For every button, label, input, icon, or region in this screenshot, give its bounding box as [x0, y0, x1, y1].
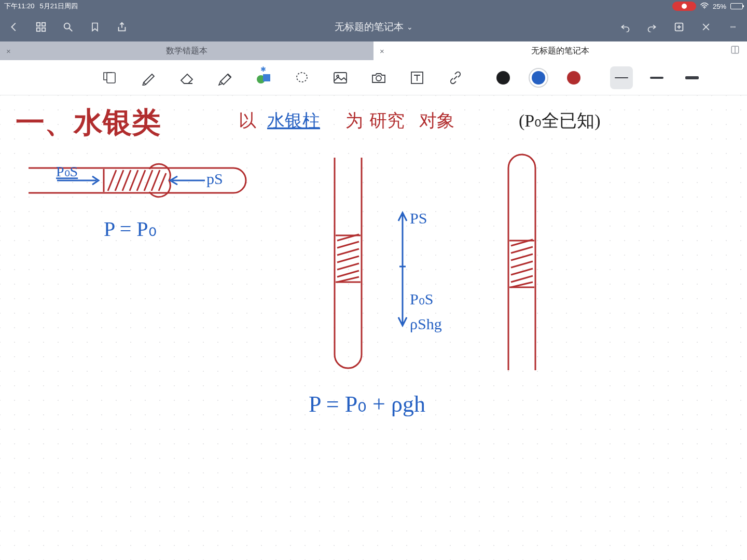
svg-rect-2: [42, 23, 45, 26]
svg-text:对象: 对象: [419, 111, 454, 130]
svg-point-9: [735, 26, 736, 27]
svg-rect-1: [37, 23, 40, 26]
equation-2: P = P₀ + ρgh: [309, 391, 425, 417]
camera-tool-icon[interactable]: [367, 66, 390, 89]
svg-rect-15: [334, 73, 347, 83]
equation-1: P = P₀: [104, 217, 157, 241]
svg-text:为: 为: [345, 111, 363, 130]
page-tool-icon[interactable]: [99, 66, 121, 89]
svg-text:以: 以: [239, 111, 256, 130]
svg-point-14: [297, 73, 307, 82]
screen-record-indicator[interactable]: [672, 2, 696, 11]
svg-text:PS: PS: [410, 209, 427, 227]
tab-active[interactable]: × 无标题的笔记本: [374, 41, 747, 60]
svg-text:P₀S: P₀S: [410, 290, 433, 307]
arrow-ps-left: [170, 176, 205, 185]
svg-rect-4: [42, 28, 45, 31]
more-icon[interactable]: [726, 20, 740, 34]
svg-point-5: [64, 23, 70, 29]
tab-label: 无标题的笔记本: [531, 46, 589, 57]
status-bar: 下午11:20 5月21日周四 25%: [0, 0, 747, 12]
split-view-icon[interactable]: [730, 45, 740, 57]
image-tool-icon[interactable]: [329, 66, 352, 89]
doc-title-button[interactable]: 无标题的笔记本 ⌄: [335, 20, 413, 34]
stroke-medium[interactable]: [645, 66, 668, 89]
color-blue[interactable]: [527, 66, 550, 89]
svg-text:研究: 研究: [369, 111, 405, 130]
tab-strip: × 数学错题本 × 无标题的笔记本: [0, 41, 747, 60]
stroke-thick[interactable]: [681, 66, 703, 89]
text-tool-icon[interactable]: [406, 66, 428, 89]
share-icon[interactable]: [115, 20, 129, 34]
mercury-plug-v2: [509, 240, 534, 287]
svg-rect-3: [37, 28, 40, 31]
search-icon[interactable]: [61, 20, 75, 34]
pen-tool-icon[interactable]: [137, 66, 160, 89]
app-header: 无标题的笔记本 ⌄: [0, 12, 747, 41]
grid-icon[interactable]: [34, 20, 48, 34]
tab-close-icon[interactable]: ×: [380, 47, 384, 55]
battery-pct: 25%: [713, 3, 726, 10]
svg-text:pS: pS: [206, 170, 223, 187]
doc-title: 无标题的笔记本: [335, 20, 404, 34]
new-page-icon[interactable]: [672, 20, 686, 34]
mercury-plug-v1: [336, 234, 361, 282]
tab-close-icon[interactable]: ×: [6, 47, 11, 55]
svg-point-0: [704, 8, 705, 9]
drawing-toolbar: ✱: [0, 60, 747, 95]
tab-label: 数学错题本: [166, 46, 208, 57]
wifi-icon: [700, 2, 709, 10]
note-p0-known: (P₀全已知): [519, 111, 601, 131]
handwriting-layer: 一、水银类 以 水银柱 为 研究 对象 (P₀全已知) P₀S pS P = P…: [0, 95, 747, 560]
svg-text:ρShg: ρShg: [410, 315, 442, 332]
undo-icon[interactable]: [618, 20, 632, 34]
status-date: 5月21日周四: [40, 2, 78, 11]
svg-text:P₀S: P₀S: [56, 163, 78, 179]
svg-rect-13: [263, 74, 270, 81]
lasso-tool-icon[interactable]: [290, 66, 313, 89]
svg-point-8: [732, 26, 734, 27]
shapes-tool-icon[interactable]: ✱: [252, 66, 275, 89]
battery-icon: [730, 3, 743, 9]
close-icon[interactable]: [699, 20, 713, 34]
mercury-plug-h: [104, 164, 170, 197]
back-icon[interactable]: [7, 20, 21, 34]
svg-point-17: [376, 76, 381, 81]
chevron-down-icon: ⌄: [407, 23, 413, 31]
color-black[interactable]: [492, 66, 515, 89]
svg-rect-11: [107, 73, 115, 83]
section-title: 一、水银类: [16, 106, 161, 138]
color-red[interactable]: [562, 66, 585, 89]
bookmark-icon[interactable]: [88, 20, 102, 34]
tab-inactive[interactable]: × 数学错题本: [0, 41, 374, 60]
link-tool-icon[interactable]: [444, 66, 467, 89]
status-time: 下午11:20: [4, 2, 35, 11]
svg-text:水银柱: 水银柱: [267, 111, 320, 130]
stroke-thin[interactable]: [610, 66, 633, 89]
eraser-tool-icon[interactable]: [175, 66, 198, 89]
svg-point-7: [731, 26, 732, 27]
highlighter-tool-icon[interactable]: [214, 66, 237, 89]
note-canvas[interactable]: 一、水银类 以 水银柱 为 研究 对象 (P₀全已知) P₀S pS P = P…: [0, 95, 747, 560]
tube-vertical-open: [335, 158, 362, 368]
redo-icon[interactable]: [645, 20, 659, 34]
